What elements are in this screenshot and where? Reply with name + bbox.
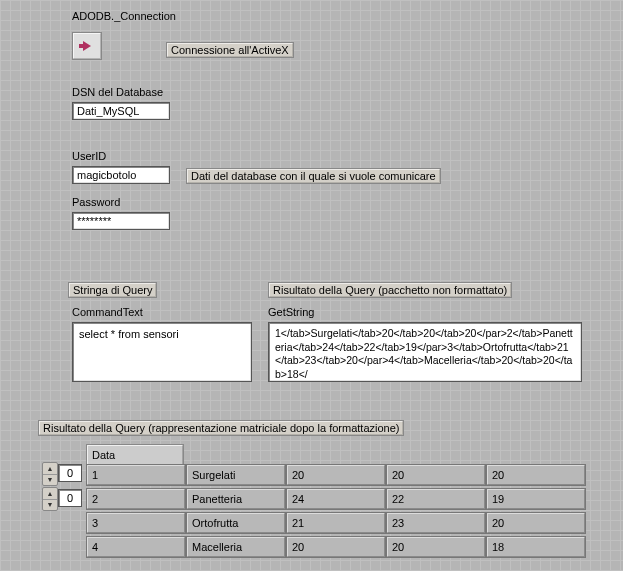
commandtext-input[interactable]: select * from sensori — [72, 322, 252, 382]
getstring-output: 1</tab>Surgelati</tab>20</tab>20</tab>20… — [268, 322, 582, 382]
chevron-down-icon: ▼ — [43, 475, 57, 486]
result-matrix-section-label: Risultato della Query (rappresentazione … — [38, 420, 404, 436]
chevron-up-icon: ▲ — [43, 463, 57, 475]
table-cell[interactable]: 20 — [286, 536, 386, 558]
table-cell[interactable]: 23 — [386, 512, 486, 534]
table-cell[interactable]: 19 — [486, 488, 586, 510]
getstring-label: GetString — [268, 306, 314, 318]
dsn-label: DSN del Database — [72, 86, 163, 98]
table-cell[interactable]: 20 — [486, 512, 586, 534]
commandtext-label: CommandText — [72, 306, 143, 318]
table-cell[interactable]: 1 — [86, 464, 186, 486]
userid-label: UserID — [72, 150, 106, 162]
chevron-down-icon: ▼ — [43, 500, 57, 511]
table-cell[interactable]: 20 — [386, 464, 486, 486]
dsn-input[interactable]: Dati_MySQL — [72, 102, 170, 120]
table-cell[interactable]: 2 — [86, 488, 186, 510]
activex-label: Connessione all'ActiveX — [166, 42, 294, 58]
row-spinner[interactable]: ▲ ▼ — [42, 462, 58, 486]
query-section-label: Stringa di Query — [68, 282, 157, 298]
table-cell[interactable]: 21 — [286, 512, 386, 534]
run-button[interactable] — [72, 32, 102, 60]
table-cell[interactable]: 20 — [386, 536, 486, 558]
ref-title: ADODB._Connection — [72, 10, 176, 22]
table-cell[interactable]: Panetteria — [186, 488, 286, 510]
table-cell[interactable]: 18 — [486, 536, 586, 558]
table-cell[interactable]: 20 — [286, 464, 386, 486]
userid-input[interactable]: magicbotolo — [72, 166, 170, 184]
table-cell[interactable]: 3 — [86, 512, 186, 534]
table-cell[interactable]: 22 — [386, 488, 486, 510]
table-cell[interactable]: Ortofrutta — [186, 512, 286, 534]
table-cell[interactable]: 20 — [486, 464, 586, 486]
chevron-up-icon: ▲ — [43, 488, 57, 500]
db-hint-label: Dati del database con il quale si vuole … — [186, 168, 441, 184]
result-raw-section-label: Risultato della Query (pacchetto non for… — [268, 282, 512, 298]
password-input[interactable]: ******** — [72, 212, 170, 230]
col-spinner[interactable]: ▲ ▼ — [42, 487, 58, 511]
table-cell[interactable]: Surgelati — [186, 464, 286, 486]
col-spinner-value[interactable]: 0 — [58, 489, 82, 507]
table-cell[interactable]: 24 — [286, 488, 386, 510]
run-arrow-icon — [83, 41, 91, 51]
table-header: Data — [86, 444, 184, 466]
table-cell[interactable]: Macelleria — [186, 536, 286, 558]
table-cell[interactable]: 4 — [86, 536, 186, 558]
password-label: Password — [72, 196, 120, 208]
row-spinner-value[interactable]: 0 — [58, 464, 82, 482]
